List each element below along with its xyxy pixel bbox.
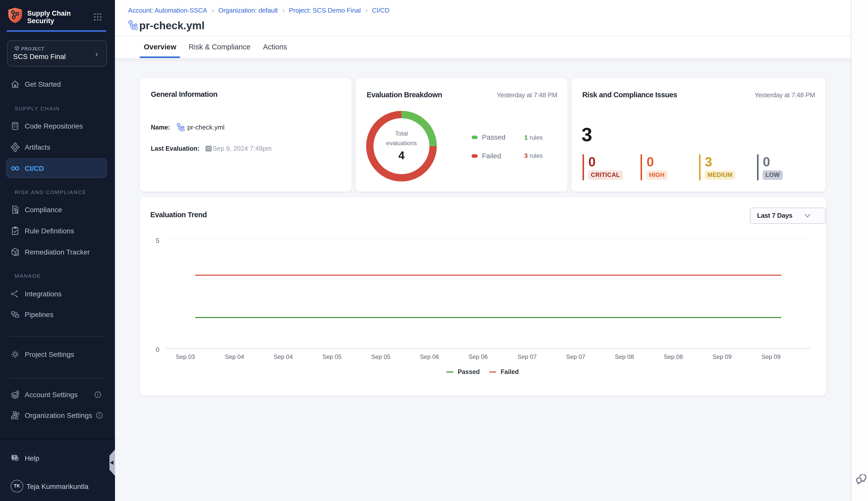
svg-text:?: ? bbox=[13, 455, 15, 459]
